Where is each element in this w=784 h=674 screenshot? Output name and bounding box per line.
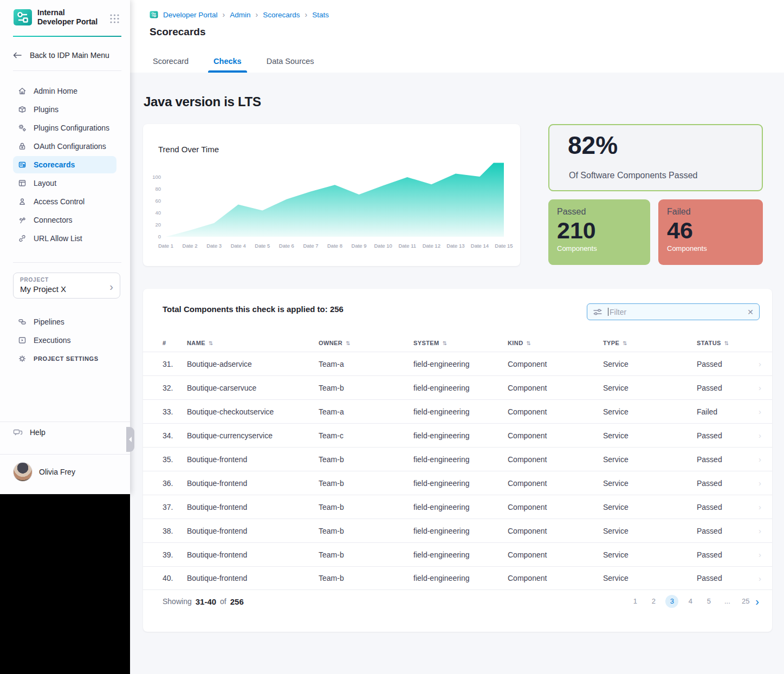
page-button[interactable]: 4 bbox=[684, 595, 697, 608]
pipelines-icon bbox=[18, 317, 27, 326]
table-row[interactable]: 33. Boutique-checkoutservice Team-a fiel… bbox=[143, 399, 772, 423]
table-row[interactable]: 39. Boutique-frontend Team-b field-engin… bbox=[143, 542, 772, 566]
table-row[interactable]: 36. Boutique-frontend Team-b field-engin… bbox=[143, 471, 772, 495]
page-button[interactable]: 25 bbox=[739, 595, 752, 608]
sidebar-item-executions[interactable]: Executions bbox=[13, 332, 116, 349]
breadcrumb-separator-icon: › bbox=[256, 10, 258, 19]
cell-owner: Team-b bbox=[319, 527, 413, 535]
page-button[interactable]: 3 bbox=[665, 595, 678, 608]
table-row[interactable]: 32. Boutique-carservuce Team-b field-eng… bbox=[143, 375, 772, 399]
tab-checks[interactable]: Checks bbox=[210, 57, 245, 73]
cell-type: Service bbox=[603, 479, 697, 488]
column-header[interactable]: KIND⇅ bbox=[508, 340, 603, 346]
plugin-box-icon bbox=[18, 105, 27, 114]
cell-system: field-engineering bbox=[413, 479, 508, 488]
page-header: Developer Portal › Admin › Scorecards › … bbox=[130, 0, 784, 73]
app-title-line2: Developer Portal bbox=[37, 17, 98, 27]
failed-value: 46 bbox=[667, 218, 754, 243]
page-button[interactable]: 2 bbox=[647, 595, 660, 608]
cell-status: Passed bbox=[697, 574, 750, 582]
help-button[interactable]: Help bbox=[13, 428, 46, 437]
table-row[interactable]: 31. Boutique-adservice Team-a field-engi… bbox=[143, 352, 772, 375]
breadcrumb-item[interactable]: Admin bbox=[230, 11, 250, 19]
column-header[interactable]: STATUS⇅ bbox=[697, 340, 750, 346]
cell-index: 38. bbox=[163, 527, 187, 535]
svg-text:Date 13: Date 13 bbox=[446, 243, 464, 249]
breadcrumb-item[interactable]: Developer Portal bbox=[163, 11, 218, 19]
cell-kind: Component bbox=[508, 384, 603, 392]
svg-text:40: 40 bbox=[155, 210, 161, 216]
layout-icon bbox=[18, 179, 27, 187]
sidebar-item-project-settings[interactable]: PROJECT SETTINGS bbox=[13, 350, 116, 367]
breadcrumb-item[interactable]: Scorecards bbox=[263, 11, 300, 19]
svg-text:Date 7: Date 7 bbox=[303, 243, 318, 249]
cell-type: Service bbox=[603, 550, 697, 559]
cell-name: Boutique-adservice bbox=[187, 360, 319, 368]
sidebar-item-label: Executions bbox=[34, 336, 70, 345]
svg-text:Date 6: Date 6 bbox=[279, 243, 294, 249]
cell-status: Passed bbox=[697, 503, 750, 511]
sidebar-item-pipelines[interactable]: Pipelines bbox=[13, 313, 116, 330]
cell-type: Service bbox=[603, 360, 697, 368]
table-row[interactable]: 38. Boutique-frontend Team-b field-engin… bbox=[143, 519, 772, 542]
sidebar-item-label: Admin Home bbox=[34, 87, 77, 95]
back-label: Back to IDP Main Menu bbox=[30, 51, 109, 60]
cell-kind: Component bbox=[508, 550, 603, 559]
table-title: Total Components this check is applied t… bbox=[163, 304, 344, 314]
sidebar-item-label: Scorecards bbox=[34, 160, 75, 169]
breadcrumb-item[interactable]: Stats bbox=[312, 11, 329, 19]
sidebar-item-layout[interactable]: Layout bbox=[13, 174, 116, 192]
table-row[interactable]: 40. Boutique-frontend Team-b field-engin… bbox=[143, 566, 772, 590]
cell-kind: Component bbox=[508, 455, 603, 464]
column-header: # bbox=[163, 340, 187, 346]
cell-name: Boutique-frontend bbox=[187, 550, 319, 559]
table-row[interactable]: 37. Boutique-frontend Team-b field-engin… bbox=[143, 495, 772, 519]
cell-owner: Team-b bbox=[319, 503, 413, 511]
column-header[interactable]: NAME⇅ bbox=[187, 340, 319, 346]
tab-data-sources[interactable]: Data Sources bbox=[263, 57, 318, 73]
project-nav: Pipelines Executions PROJECT SETTINGS bbox=[0, 312, 130, 368]
filter-input[interactable]: Filter ✕ bbox=[587, 303, 760, 320]
sidebar-collapse-handle[interactable] bbox=[126, 427, 134, 452]
back-arrow-icon bbox=[13, 51, 22, 59]
cell-name: Boutique-currencyservice bbox=[187, 431, 319, 440]
cell-owner: Team-b bbox=[319, 574, 413, 582]
app-switcher-grid-icon[interactable] bbox=[109, 14, 120, 24]
sidebar-item-url-allow-list[interactable]: URL Allow List bbox=[13, 230, 116, 247]
sidebar-item-plugins[interactable]: Plugins bbox=[13, 101, 116, 118]
brand-divider bbox=[13, 36, 121, 37]
page-button[interactable]: 5 bbox=[702, 595, 715, 608]
cell-type: Service bbox=[603, 384, 697, 392]
tab-scorecard[interactable]: Scorecard bbox=[150, 57, 192, 73]
sidebar-item-connectors[interactable]: Connectors bbox=[13, 211, 116, 229]
sidebar-item-label: OAuth Configurations bbox=[34, 142, 106, 151]
cell-type: Service bbox=[603, 527, 697, 535]
sidebar-item-admin-home[interactable]: Admin Home bbox=[13, 82, 116, 100]
sidebar-item-access-control[interactable]: Access Control bbox=[13, 193, 116, 210]
user-name: Olivia Frey bbox=[39, 468, 75, 476]
sidebar-item-scorecards[interactable]: Scorecards bbox=[13, 156, 116, 173]
page-button[interactable]: 1 bbox=[629, 595, 642, 608]
app-logo-icon bbox=[13, 8, 33, 27]
project-selector[interactable]: PROJECT My Project X › bbox=[13, 273, 120, 299]
cell-system: field-engineering bbox=[413, 455, 508, 464]
pagination: Showing 31-40 of 256 12345...25 › bbox=[163, 594, 759, 609]
sidebar-item-plugins-configurations[interactable]: Plugins Configurations bbox=[13, 119, 116, 137]
avatar bbox=[13, 462, 33, 482]
table-row[interactable]: 34. Boutique-currencyservice Team-c fiel… bbox=[143, 423, 772, 447]
next-page-button[interactable]: › bbox=[755, 595, 759, 607]
sidebar-item-oauth-configurations[interactable]: OAuth Configurations bbox=[13, 138, 116, 155]
user-menu[interactable]: Olivia Frey bbox=[13, 462, 75, 482]
project-name: My Project X bbox=[20, 284, 113, 294]
breadcrumb-separator-icon: › bbox=[304, 10, 307, 19]
cell-kind: Component bbox=[508, 407, 603, 416]
svg-text:80: 80 bbox=[155, 186, 161, 192]
column-header[interactable]: SYSTEM⇅ bbox=[413, 340, 508, 346]
column-header[interactable]: OWNER⇅ bbox=[319, 340, 413, 346]
divider bbox=[13, 70, 121, 71]
back-to-idp-link[interactable]: Back to IDP Main Menu bbox=[13, 51, 109, 60]
close-icon[interactable]: ✕ bbox=[747, 308, 754, 316]
sidebar-item-label: PROJECT SETTINGS bbox=[34, 355, 99, 362]
table-row[interactable]: 35. Boutique-frontend Team-b field-engin… bbox=[143, 447, 772, 471]
column-header[interactable]: TYPE⇅ bbox=[603, 340, 697, 346]
